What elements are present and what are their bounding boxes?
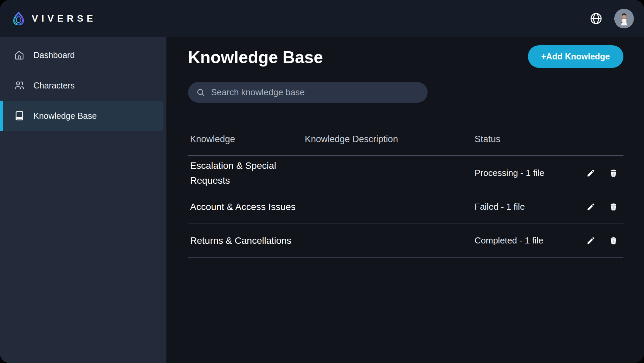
column-header-description: Knowledge Description [303, 134, 473, 145]
knowledge-name: Account & Access Issues [188, 200, 301, 214]
table-row: Escalation & Special Requests Processing… [188, 156, 623, 190]
sidebar-item-characters[interactable]: Characters [0, 70, 166, 101]
knowledge-table: Knowledge Knowledge Description Status E… [188, 123, 623, 258]
column-header-status: Status [473, 134, 584, 145]
sidebar-item-dashboard[interactable]: Dashboard [0, 40, 166, 70]
delete-trash-icon[interactable] [608, 202, 619, 212]
home-icon [14, 50, 25, 60]
sidebar-item-label: Knowledge Base [33, 111, 97, 121]
status-text: Completed - 1 file [473, 235, 584, 246]
users-icon [14, 80, 25, 91]
row-actions [584, 235, 623, 246]
globe-icon[interactable] [589, 12, 603, 25]
table-row: Account & Access Issues Failed - 1 file [188, 190, 623, 224]
delete-trash-icon[interactable] [608, 168, 619, 178]
table-body: Escalation & Special Requests Processing… [188, 156, 623, 258]
user-avatar[interactable] [614, 9, 634, 28]
sidebar-item-knowledge-base[interactable]: Knowledge Base [0, 101, 163, 131]
status-text: Processing - 1 file [473, 168, 584, 178]
sidebar-item-label: Characters [33, 81, 75, 90]
brand: VIVERSE [11, 11, 96, 26]
row-actions [584, 168, 623, 178]
delete-trash-icon[interactable] [608, 235, 619, 246]
topbar-actions [589, 9, 634, 28]
row-actions [584, 202, 623, 212]
status-text: Failed - 1 file [473, 202, 584, 212]
add-knowledge-button[interactable]: +Add Knowledge [528, 45, 623, 68]
sidebar: Dashboard Characters [0, 37, 166, 363]
search-icon [196, 88, 206, 97]
viverse-logo-icon [11, 11, 26, 26]
knowledge-name: Returns & Cancellations [188, 233, 301, 248]
edit-pencil-icon[interactable] [586, 168, 596, 178]
search-bar[interactable] [188, 82, 428, 103]
table-row: Returns & Cancellations Completed - 1 fi… [188, 224, 623, 258]
edit-pencil-icon[interactable] [586, 202, 596, 212]
knowledge-name: Escalation & Special Requests [188, 158, 301, 188]
sidebar-item-label: Dashboard [33, 50, 75, 60]
main-content: Knowledge Base +Add Knowledge Knowledge … [166, 37, 644, 363]
book-icon [14, 110, 25, 121]
top-bar: VIVERSE [0, 0, 644, 37]
app-window: VIVERSE [0, 0, 644, 363]
brand-name: VIVERSE [32, 13, 96, 24]
search-input[interactable] [211, 87, 420, 98]
table-header: Knowledge Knowledge Description Status [188, 123, 623, 155]
column-header-knowledge: Knowledge [188, 134, 303, 145]
edit-pencil-icon[interactable] [586, 235, 596, 246]
